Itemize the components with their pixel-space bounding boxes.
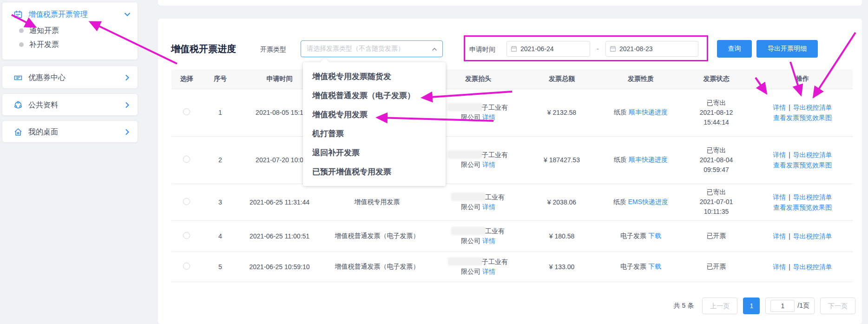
chevron-right-icon [124,101,131,109]
download-link[interactable]: 下载 [648,232,661,239]
status-text: 已寄出 [680,98,752,108]
apply-time: 2021-06-25 10:59:10 [239,251,320,282]
col-select: 选择 [171,69,202,89]
invoice-status: 已寄出 2021-08-04 09:59:47 [680,136,752,184]
detail-link[interactable]: 详情 [773,193,786,201]
pagination: 共 5 条 上一页 1 /1页 下一页 [674,298,855,314]
ops-divider: | [789,151,790,159]
export-detail-button[interactable]: 导出开票明细 [756,40,818,58]
date-end-input[interactable] [619,45,694,53]
export-tax-list-link[interactable]: 导出税控清单 [793,151,832,159]
sidebar-item-vat-invoice-management[interactable]: 增值税票开票管理 [2,5,138,24]
sidebar-item-supplement-invoice[interactable]: 补开发票 [2,38,138,52]
export-tax-list-link[interactable]: 导出税控清单 [793,193,832,201]
chevron-right-icon [124,128,131,136]
operations-cell: 详情|导出税控清单 [752,220,853,251]
status-date: 2021-08-04 [680,155,752,165]
redacted-text [452,193,485,200]
date-start-field[interactable] [506,41,590,57]
title-detail-link[interactable]: 详情 [482,113,495,121]
status-text: 已寄出 [680,145,752,155]
dropdown-option-return-reissue[interactable]: 退回补开发票 [303,143,446,162]
invoice-status: 已寄出 2021-08-12 15:44:14 [680,89,752,136]
operations-cell: 详情|导出税控清单 [752,251,853,282]
express-progress-link[interactable]: EMS快递进度 [628,198,668,205]
row-radio[interactable] [183,108,190,115]
redacted-text [448,151,482,158]
download-link[interactable]: 下载 [648,263,661,270]
chevron-up-icon [431,46,438,53]
detail-link[interactable]: 详情 [773,151,786,159]
query-button[interactable]: 查询 [717,40,752,58]
nature-text: 电子发票 [620,232,646,239]
nature-text: 纸质 [614,156,627,163]
table-header-row: 选择 序号 申请时间 开票类型 发票抬头 发票总额 发票性质 发票状态 操作 [171,69,853,89]
title-detail-link[interactable]: 详情 [482,237,495,245]
preview-invoice-link[interactable]: 查看发票预览效果图 [773,161,832,169]
sidebar-item-public-data[interactable]: 公共资料 [2,96,138,114]
detail-link[interactable]: 详情 [773,104,786,111]
sidebar-item-label: 公共资料 [28,100,124,110]
row-radio[interactable] [183,263,190,270]
apply-time: 2021-06-25 11:00:51 [239,220,320,251]
preview-invoice-link[interactable]: 查看发票预览效果图 [773,114,832,121]
operations-cell: 详情|导出税控清单 查看发票预览效果图 [752,136,853,184]
next-page-button[interactable]: 下一页 [820,298,855,314]
invoice-nature: 电子发票 下载 [601,251,680,282]
invoice-amount: ¥ 187427.53 [522,136,601,184]
invoice-amount: ¥ 180.58 [522,220,601,251]
title-detail-link[interactable]: 详情 [482,203,495,211]
chevron-down-icon[interactable] [124,11,131,18]
row-radio[interactable] [183,198,190,205]
dropdown-option-pre-opened-special[interactable]: 已预开增值税专用发票 [303,162,446,181]
prev-page-button[interactable]: 上一页 [702,298,737,314]
title-detail-link[interactable]: 详情 [482,268,495,275]
operations-cell: 详情|导出税控清单 查看发票预览效果图 [752,184,853,220]
title-text: 工业有 [485,227,505,235]
express-progress-link[interactable]: 顺丰快递进度 [629,156,668,163]
date-start-input[interactable] [520,45,586,53]
row-radio[interactable] [183,232,190,239]
invoice-nature: 纸质 顺丰快递进度 [601,136,680,184]
title-text: 工业有 [485,193,505,201]
invoice-progress-panel: 增值税开票进度 开票类型 请选择发票类型（不含随货发票） 申请时间 - [158,19,862,324]
sidebar-subitem-label: 通知开票 [29,26,59,36]
invoice-title: 工业有 限公司 详情 [434,220,522,251]
row-radio[interactable] [183,156,190,163]
redacted-text [448,104,482,111]
ops-divider: | [789,263,790,271]
page-number-input[interactable] [770,300,795,312]
sidebar-card-my-desktop: 我的桌面 [2,120,138,143]
chevron-right-icon [124,74,131,81]
sidebar-card-coupon-center: 优惠券中心 [2,66,138,89]
export-tax-list-link[interactable]: 导出税控清单 [793,104,832,111]
title-text: 限公司 [461,237,480,245]
export-tax-list-link[interactable]: 导出税控清单 [793,232,832,240]
redacted-text [452,227,485,234]
top-panel-strip [158,0,862,6]
col-invoice-amount: 发票总额 [522,69,601,89]
export-tax-list-link[interactable]: 导出税控清单 [793,263,832,271]
sidebar-item-notify-invoicing[interactable]: 通知开票 [2,24,138,38]
col-invoice-status: 发票状态 [680,69,752,89]
sidebar-card-public-data: 公共资料 [2,93,138,116]
sidebar-item-label: 增值税票开票管理 [28,10,124,20]
title-text: 限公司 [461,161,480,168]
bullet-dot-icon [19,42,24,47]
date-end-field[interactable] [605,41,698,57]
detail-link[interactable]: 详情 [773,263,786,271]
dropdown-option-general-electronic[interactable]: 增值税普通发票（电子发票） [303,86,446,105]
invoice-amount: ¥ 2038.06 [522,184,601,220]
sidebar-item-coupon-center[interactable]: 优惠券中心 [2,68,138,87]
sidebar-item-my-desktop[interactable]: 我的桌面 [2,123,138,141]
sidebar-item-label: 我的桌面 [28,127,124,137]
title-detail-link[interactable]: 详情 [482,161,495,168]
preview-invoice-link[interactable]: 查看发票预览效果图 [773,204,832,211]
dropdown-option-special-with-goods[interactable]: 增值税专用发票随货发 [303,67,446,86]
invoice-type-select[interactable]: 请选择发票类型（不含随货发票） [301,40,443,57]
detail-link[interactable]: 详情 [773,232,786,240]
express-progress-link[interactable]: 顺丰快递进度 [629,108,668,116]
current-page-button[interactable]: 1 [743,298,760,314]
dropdown-option-machine-printed[interactable]: 机打普票 [303,124,446,143]
dropdown-option-special[interactable]: 增值税专用发票 [303,105,446,124]
